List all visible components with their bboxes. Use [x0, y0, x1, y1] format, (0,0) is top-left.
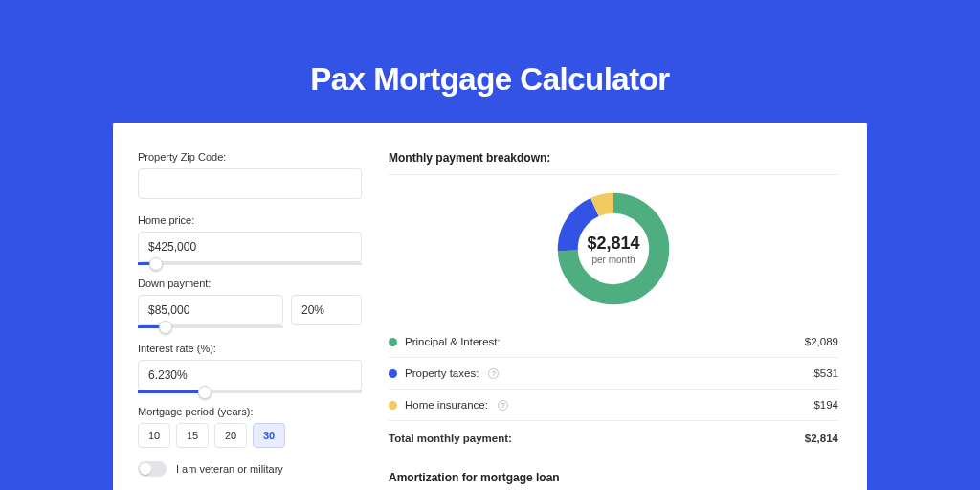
home-price-slider-thumb[interactable]	[149, 257, 163, 271]
donut-center-sub: per month	[591, 255, 635, 265]
zip-field: Property Zip Code:	[138, 151, 362, 199]
zip-input[interactable]	[138, 168, 362, 199]
period-button-20[interactable]: 20	[214, 423, 247, 448]
info-icon[interactable]: ?	[498, 400, 508, 411]
amortization-heading: Amortization for mortgage loan	[389, 471, 838, 490]
legend-label: Home insurance:	[405, 399, 488, 411]
interest-field: Interest rate (%):	[138, 343, 362, 390]
interest-label: Interest rate (%):	[138, 343, 362, 354]
breakdown-panel: Monthly payment breakdown: $2,814 per mo…	[381, 122, 867, 490]
period-button-10[interactable]: 10	[138, 423, 170, 448]
down-payment-field: Down payment:	[138, 278, 362, 325]
down-payment-slider-thumb[interactable]	[159, 321, 172, 334]
legend-row: Home insurance:?$194	[389, 390, 838, 421]
down-payment-pct-input[interactable]	[291, 295, 362, 325]
page-title: Pax Mortgage Calculator	[0, 0, 980, 122]
down-payment-label: Down payment:	[138, 278, 362, 289]
info-icon[interactable]: ?	[488, 368, 499, 379]
veteran-toggle[interactable]	[138, 461, 167, 477]
legend-value: $194	[813, 399, 838, 411]
total-label: Total monthly payment:	[389, 433, 512, 444]
amortization-block: Amortization for mortgage loan Amortizat…	[389, 471, 838, 490]
home-price-input[interactable]	[138, 232, 362, 262]
legend-label: Principal & Interest:	[405, 336, 501, 347]
veteran-label: I am veteran or military	[176, 463, 283, 475]
donut-center: $2,814 per month	[553, 189, 674, 309]
zip-label: Property Zip Code:	[138, 151, 362, 163]
legend: Principal & Interest:$2,089Property taxe…	[389, 326, 838, 421]
donut-center-value: $2,814	[587, 234, 639, 254]
total-row: Total monthly payment: $2,814	[389, 421, 838, 454]
home-price-label: Home price:	[138, 214, 362, 226]
calculator-card: Property Zip Code: Home price: Down paym…	[113, 122, 867, 490]
legend-row: Property taxes:?$531	[389, 358, 838, 390]
period-button-30[interactable]: 30	[253, 423, 285, 448]
legend-row: Principal & Interest:$2,089	[389, 326, 838, 358]
period-label: Mortgage period (years):	[138, 406, 362, 417]
legend-value: $531	[813, 368, 838, 379]
interest-slider[interactable]	[138, 390, 362, 393]
donut-wrap: $2,814 per month	[389, 175, 838, 326]
home-price-field: Home price:	[138, 214, 362, 262]
donut-chart: $2,814 per month	[553, 189, 674, 309]
down-payment-input[interactable]	[138, 295, 283, 325]
down-payment-slider[interactable]	[138, 325, 283, 328]
legend-value: $2,089	[805, 336, 838, 347]
breakdown-heading: Monthly payment breakdown:	[389, 151, 838, 175]
total-value: $2,814	[805, 433, 838, 444]
legend-label: Property taxes:	[405, 368, 479, 379]
period-button-15[interactable]: 15	[176, 423, 209, 448]
home-price-slider[interactable]	[138, 262, 362, 265]
legend-dot	[389, 338, 397, 346]
form-panel: Property Zip Code: Home price: Down paym…	[113, 122, 381, 490]
legend-dot	[389, 369, 397, 378]
interest-input[interactable]	[138, 360, 362, 390]
interest-slider-thumb[interactable]	[198, 386, 212, 399]
period-field: Mortgage period (years): 10152030	[138, 406, 362, 448]
legend-dot	[389, 401, 397, 410]
veteran-row: I am veteran or military	[138, 461, 362, 477]
